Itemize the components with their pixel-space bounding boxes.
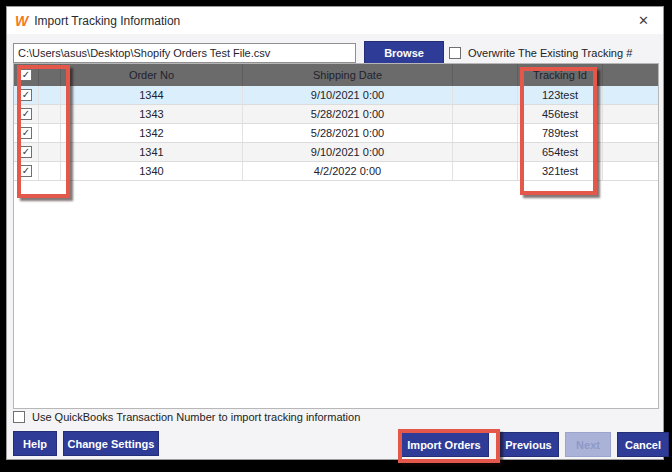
row-spacer-cell: [39, 86, 61, 104]
row-spacer-cell: [39, 143, 61, 161]
row-spacer3-cell: [603, 124, 658, 142]
row-spacer3-cell: [603, 105, 658, 123]
next-button: Next: [565, 432, 611, 457]
table-row[interactable]: 13435/28/2021 0:00456test: [14, 105, 658, 124]
change-settings-button[interactable]: Change Settings: [63, 431, 159, 456]
order-no-cell: 1343: [61, 105, 243, 123]
tracking-id-cell: 456test: [518, 105, 603, 123]
browse-button[interactable]: Browse: [364, 41, 444, 64]
overwrite-tracking-checkbox-row[interactable]: Overwrite The Existing Tracking #: [449, 47, 632, 59]
table-row[interactable]: 13419/10/2021 0:00654test: [14, 143, 658, 162]
table-row[interactable]: 13404/2/2022 0:00321test: [14, 162, 658, 181]
quickbooks-number-checkbox[interactable]: [13, 411, 25, 423]
tracking-id-cell: 789test: [518, 124, 603, 142]
spacer2-header-cell: [453, 64, 518, 86]
select-all-checkbox[interactable]: [20, 69, 32, 81]
shipping-date-cell: 5/28/2021 0:00: [243, 105, 453, 123]
quickbooks-number-label: Use QuickBooks Transaction Number to imp…: [32, 411, 360, 423]
overwrite-tracking-label: Overwrite The Existing Tracking #: [468, 47, 632, 59]
import-orders-button[interactable]: Import Orders: [399, 432, 489, 457]
tracking-id-cell: 321test: [518, 162, 603, 180]
close-icon[interactable]: ✕: [632, 12, 655, 29]
row-select-checkbox[interactable]: [20, 165, 32, 177]
order-no-cell: 1344: [61, 86, 243, 104]
row-select-checkbox[interactable]: [20, 108, 32, 120]
title-bar: W Import Tracking Information ✕: [7, 7, 663, 34]
table-row[interactable]: 13449/10/2021 0:00123test: [14, 86, 658, 105]
previous-button[interactable]: Previous: [498, 432, 559, 457]
row-spacer-cell: [39, 124, 61, 142]
order-no-cell: 1340: [61, 162, 243, 180]
row-spacer2-cell: [453, 105, 518, 123]
row-select-checkbox[interactable]: [20, 89, 32, 101]
row-select-cell[interactable]: [14, 86, 39, 104]
order-no-cell: 1342: [61, 124, 243, 142]
row-select-checkbox[interactable]: [20, 127, 32, 139]
overwrite-tracking-checkbox[interactable]: [449, 47, 461, 59]
row-spacer2-cell: [453, 124, 518, 142]
row-spacer-cell: [39, 162, 61, 180]
window-title: Import Tracking Information: [34, 14, 180, 28]
tracking-id-cell: 123test: [518, 86, 603, 104]
row-spacer-cell: [39, 105, 61, 123]
help-button[interactable]: Help: [13, 431, 57, 456]
orders-table: Order No Shipping Date Tracking Id 13449…: [13, 63, 659, 409]
import-tracking-dialog: W Import Tracking Information ✕ Browse O…: [6, 6, 664, 460]
spacer-header-cell: [39, 64, 61, 86]
row-select-cell[interactable]: [14, 162, 39, 180]
tracking-id-cell: 654test: [518, 143, 603, 161]
shipping-date-cell: 4/2/2022 0:00: [243, 162, 453, 180]
orders-table-header: Order No Shipping Date Tracking Id: [14, 64, 658, 86]
orders-table-body: 13449/10/2021 0:00123test13435/28/2021 0…: [14, 86, 658, 181]
webgility-logo-icon: W: [15, 14, 27, 28]
row-select-cell[interactable]: [14, 143, 39, 161]
row-select-cell[interactable]: [14, 124, 39, 142]
tracking-id-header: Tracking Id: [518, 64, 603, 86]
row-spacer2-cell: [453, 86, 518, 104]
row-spacer3-cell: [603, 162, 658, 180]
cancel-button[interactable]: Cancel: [617, 432, 669, 457]
select-all-header-cell[interactable]: [14, 64, 39, 86]
row-select-cell[interactable]: [14, 105, 39, 123]
table-row[interactable]: 13425/28/2021 0:00789test: [14, 124, 658, 143]
order-no-cell: 1341: [61, 143, 243, 161]
file-path-input[interactable]: [13, 43, 356, 63]
order-no-header: Order No: [61, 64, 243, 86]
row-spacer3-cell: [603, 143, 658, 161]
row-select-checkbox[interactable]: [20, 146, 32, 158]
row-spacer2-cell: [453, 143, 518, 161]
shipping-date-cell: 9/10/2021 0:00: [243, 143, 453, 161]
shipping-date-cell: 5/28/2021 0:00: [243, 124, 453, 142]
spacer3-header-cell: [603, 64, 658, 86]
row-spacer3-cell: [603, 86, 658, 104]
shipping-date-cell: 9/10/2021 0:00: [243, 86, 453, 104]
quickbooks-number-checkbox-row[interactable]: Use QuickBooks Transaction Number to imp…: [13, 411, 360, 423]
shipping-date-header: Shipping Date: [243, 64, 453, 86]
row-spacer2-cell: [453, 162, 518, 180]
